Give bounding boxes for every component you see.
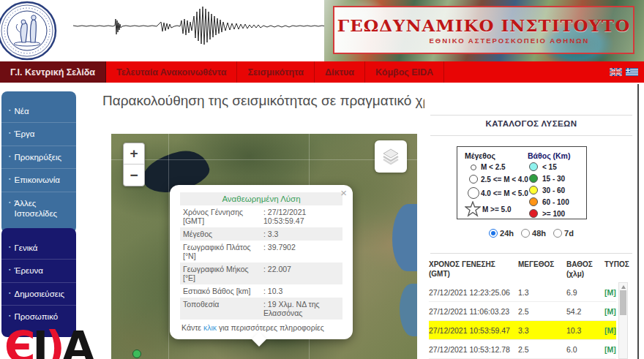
nav-item-eida-node[interactable]: Κόμβος EIDA xyxy=(365,61,444,83)
popup-row-magnitude: Μέγεθος : 3.3 xyxy=(180,227,342,241)
legend-item-depth4: 60 - 100 xyxy=(529,197,569,206)
popup-row-value: : 22.007 xyxy=(261,262,342,284)
popup-close-icon[interactable]: × xyxy=(340,187,347,198)
magnitude-circle-medium-icon xyxy=(466,175,481,184)
popup-row-origin-time: Χρόνος Γέννησης [GMT] : 27/12/2021 10:53… xyxy=(180,205,342,227)
divider xyxy=(430,115,632,116)
sidebar-item-label: Προσωπικό xyxy=(14,311,58,322)
panel-right-border xyxy=(637,84,639,359)
layers-icon xyxy=(381,147,400,166)
depth-swatch-icon xyxy=(529,174,538,183)
popup-row-label: Εστιακό Βάθος [km] xyxy=(180,284,261,298)
popup-row-label: Τοποθεσία xyxy=(180,298,261,320)
col-header-type: ΤΥΠΟΣ xyxy=(604,260,625,279)
panel-title: ΚΑΤΑΛΟΓΟΣ ΛΥΣΕΩΝ xyxy=(424,119,638,128)
sidebar-item-general[interactable]: ▪Γενικά xyxy=(1,237,76,260)
radio-24h[interactable]: 24h xyxy=(489,229,514,238)
nav-item-networks[interactable]: Δίκτυα xyxy=(315,61,365,83)
cell-depth: 6.9 xyxy=(566,288,602,297)
depth-swatch-icon xyxy=(529,186,538,194)
nav-item-seismicity[interactable]: Σεισμικότητα xyxy=(237,61,315,83)
magnitude-circle-small-icon xyxy=(466,165,481,170)
map-zoom-control: + − xyxy=(123,143,145,186)
col-header-magnitude: ΜΕΓΕΘΟΣ xyxy=(518,260,564,279)
scrollbar-up-icon[interactable] xyxy=(621,285,626,289)
popup-title: Αναθεωρημένη Λύση xyxy=(180,192,342,205)
sidebar-item-label: Προκηρύξεις xyxy=(14,152,61,162)
page-title: Παρακολούθηση της σεισμικότητας σε πραγμ… xyxy=(102,93,453,109)
divider xyxy=(430,135,632,136)
legend-item-mag4: M >= 5.0 xyxy=(463,201,511,217)
table-row[interactable]: 27/12/2021 11:06:03.23 2.5 54.2 [M] xyxy=(429,302,616,321)
sidebar-item-research[interactable]: ▪Έρευνα xyxy=(1,260,76,282)
cell-time: 27/12/2021 10:53:12.78 xyxy=(429,345,515,354)
sidebar-item-news[interactable]: ▪Νέα xyxy=(1,100,76,123)
radio-7d[interactable]: 7d xyxy=(553,229,574,238)
institute-title: ΓΕΩΔΥΝΑΜΙΚΟ ΙΝΣΤΙΤΟΥΤΟ xyxy=(337,15,630,35)
seismicity-map[interactable]: + − × Αναθεωρημένη Λύση Χρόνος Γέννησης … xyxy=(111,134,417,359)
zoom-out-button[interactable]: − xyxy=(124,165,144,186)
popup-row-location: Τοποθεσία : 19 Χλμ. ΝΔ της Ελασσόνας xyxy=(180,298,342,320)
eida-letter: A xyxy=(62,322,92,359)
zoom-in-button[interactable]: + xyxy=(124,143,144,165)
bullet-icon: ▪ xyxy=(9,267,10,273)
legend-item-depth3: 30 - 60 xyxy=(529,186,565,194)
sidebar-item-tenders[interactable]: ▪Προκηρύξεις xyxy=(1,146,76,169)
bullet-icon: ▪ xyxy=(9,107,10,114)
sidebar-item-publications[interactable]: ▪Δημοσιεύσεις xyxy=(1,283,76,306)
table-row-highlighted[interactable]: 27/12/2021 10:53:59.47 3.3 10.3 [M] xyxy=(429,321,616,340)
sidebar-item-label: Επικοινωνία xyxy=(14,175,59,185)
popup-row-label: Μέγεθος xyxy=(180,227,261,241)
layers-control[interactable] xyxy=(375,140,407,173)
table-scrollbar[interactable] xyxy=(618,282,628,359)
observatory-seal xyxy=(0,0,59,61)
flag-greece-icon[interactable] xyxy=(626,68,638,76)
table-row[interactable]: 27/12/2021 12:23:25.06 1.3 6.9 [M] xyxy=(429,283,616,302)
cell-magnitude: 1.3 xyxy=(518,288,564,297)
events-table: 27/12/2021 12:23:25.06 1.3 6.9 [M] 27/12… xyxy=(429,283,616,359)
depth-swatch-icon xyxy=(529,209,538,218)
sidebar-group-primary: ▪Νέα ▪Έργα ▪Προκηρύξεις ▪Επικοινωνία ▪Άλ… xyxy=(1,91,76,233)
popup-row-label: Γεωγραφικό Πλάτος [°N] xyxy=(180,241,261,262)
popup-footer: Κάντε κλικ για περισσότερες πληροφορίες xyxy=(180,320,342,333)
popup-footer-text: Κάντε xyxy=(181,323,203,332)
cell-time: 27/12/2021 10:53:59.47 xyxy=(429,326,515,335)
cell-time: 27/12/2021 11:06:03.23 xyxy=(429,307,515,316)
popup-row-value: : 27/12/2021 10:53:59.47 xyxy=(261,205,342,227)
popup-rows: Χρόνος Γέννησης [GMT] : 27/12/2021 10:53… xyxy=(180,205,342,320)
magnitude-circle-large-icon xyxy=(466,187,481,199)
legend-depth-title: Βάθος (Km) xyxy=(528,151,570,160)
magnitude-star-icon xyxy=(463,201,482,217)
depth-swatch-icon xyxy=(529,197,538,206)
solutions-panel: ΚΑΤΑΛΟΓΟΣ ΛΥΣΕΩΝ Μέγεθος M < 2.5 2.5 <= … xyxy=(424,84,638,359)
bullet-icon: ▪ xyxy=(9,244,10,251)
eida-logo[interactable]: ЄI)A xyxy=(4,326,92,359)
radio-7d-icon[interactable] xyxy=(553,229,562,238)
header-collage-image: ΓΕΩΔΥΝΑΜΙΚΟ ΙΝΣΤΙΤΟΥΤΟ ΕΘΝΙΚΟ ΑΣΤΕΡΟΣΚΟΠ… xyxy=(324,0,644,61)
bullet-icon: ▪ xyxy=(9,313,10,320)
eida-letter: Є xyxy=(4,322,33,359)
popup-row-value: : 19 Χλμ. ΝΔ της Ελασσόνας xyxy=(261,298,342,320)
header: ΓΕΩΔΥΝΑΜΙΚΟ ΙΝΣΤΙΤΟΥΤΟ ΕΘΝΙΚΟ ΑΣΤΕΡΟΣΚΟΠ… xyxy=(0,0,644,61)
nav-item-announcements[interactable]: Τελευταία Ανακοινωθέντα xyxy=(106,61,238,83)
sidebar-item-other-sites[interactable]: ▪Άλλες Ιστοσελίδες xyxy=(1,192,76,225)
eida-letter: I xyxy=(33,322,46,359)
radio-48h-icon[interactable] xyxy=(521,229,530,238)
radio-24h-icon[interactable] xyxy=(489,229,498,238)
scrollbar-thumb[interactable] xyxy=(620,290,626,315)
seismogram-trace xyxy=(73,3,329,48)
popup-row-depth: Εστιακό Βάθος [km] : 10.3 xyxy=(180,284,342,298)
sidebar-item-label: Έργα xyxy=(14,129,34,139)
earthquake-marker[interactable] xyxy=(132,349,141,358)
cell-depth: 6.0 xyxy=(566,345,602,354)
table-row[interactable]: 27/12/2021 10:53:12.78 2.5 6.0 [M] xyxy=(429,340,616,359)
radio-48h[interactable]: 48h xyxy=(521,229,546,238)
sidebar-item-contact[interactable]: ▪Επικοινωνία xyxy=(1,169,76,192)
popup-link-more-info[interactable]: κλικ xyxy=(203,323,217,332)
map-sea xyxy=(400,284,417,336)
sidebar-item-projects[interactable]: ▪Έργα xyxy=(1,123,76,146)
flag-uk-icon[interactable] xyxy=(610,68,622,76)
nav-item-home[interactable]: Γ.Ι. Κεντρική Σελίδα xyxy=(0,61,106,83)
earthquake-popup: × Αναθεωρημένη Λύση Χρόνος Γέννησης [GMT… xyxy=(170,185,353,339)
popup-row-latitude: Γεωγραφικό Πλάτος [°N] : 39.7902 xyxy=(180,241,342,262)
